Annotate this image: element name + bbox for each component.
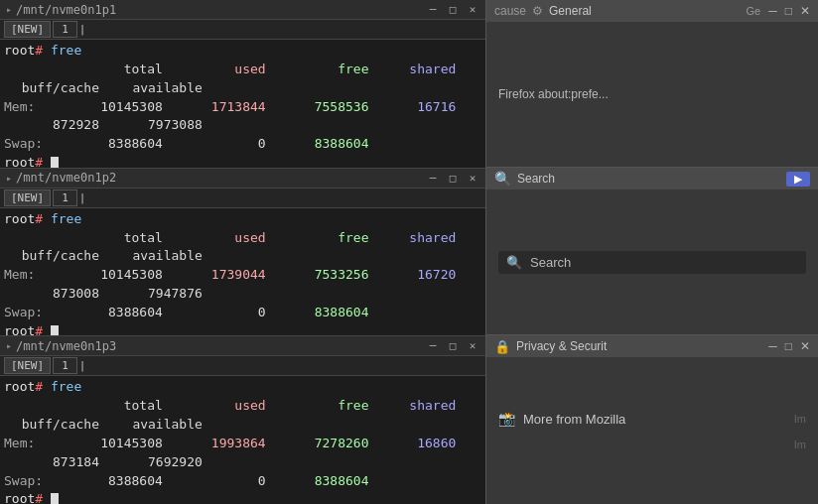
tab-cursor-1: | — [79, 23, 86, 36]
terminal-icon-3: ▸ — [6, 340, 12, 351]
titlebar-left-3: ▸ /mnt/nvme0n1p3 — [6, 339, 116, 353]
prompt-line-1: root# free — [4, 42, 481, 61]
prompt-end-1: root# — [4, 154, 481, 168]
titlebar-1: ▸ /mnt/nvme0n1p1 ─ □ ✕ — [0, 0, 485, 20]
titlebar-left-1: ▸ /mnt/nvme0n1p1 — [6, 3, 116, 17]
mem-row-2: Mem: 10145308 1739044 7533256 16720 8730… — [4, 266, 481, 304]
prompt-end-2: root# — [4, 322, 481, 336]
rp1-close[interactable]: ✕ — [800, 4, 810, 18]
terminal-2: ▸ /mnt/nvme0n1p2 ─ □ ✕ [NEW] 1 | root# f… — [0, 169, 485, 337]
search-btn-blue[interactable]: ▶ — [786, 172, 810, 187]
prompt-root-1: root# free — [4, 43, 81, 58]
rp-body-3: 📸 More from Mozilla Im Im — [486, 357, 818, 504]
tab-num-1[interactable]: 1 — [53, 21, 77, 38]
terminal-icon-2: ▸ — [6, 173, 12, 184]
titlebar-controls-2[interactable]: ─ □ ✕ — [426, 172, 479, 185]
minimize-btn-3[interactable]: ─ — [426, 339, 440, 352]
titlebar-controls-3[interactable]: ─ □ ✕ — [426, 339, 479, 352]
rp-titlebar-1: cause ⚙ General Ge ─ □ ✕ — [486, 0, 818, 22]
rp-titlebar-2: 🔍 Search ▶ — [486, 168, 818, 189]
tab-num-2[interactable]: 1 — [53, 189, 77, 206]
im-label-1: Im — [794, 413, 806, 425]
maximize-btn-3[interactable]: □ — [446, 339, 460, 352]
search-row[interactable]: 🔍 Search — [498, 251, 806, 274]
swap-row-2: Swap: 8388604 0 8388604 — [4, 304, 481, 322]
rp3-minimize[interactable]: ─ — [768, 339, 777, 353]
mem-row-1: Mem: 10145308 1713844 7558536 16716 8729… — [4, 98, 481, 136]
terminal-title-3: /mnt/nvme0n1p3 — [16, 339, 116, 353]
titlebar-controls-1[interactable]: ─ □ ✕ — [426, 3, 479, 16]
terminal-1: ▸ /mnt/nvme0n1p1 ─ □ ✕ [NEW] 1 | root# f… — [0, 0, 485, 169]
mem-row-3: Mem: 10145308 1993864 7278260 16860 8731… — [4, 435, 481, 472]
general-label: General — [549, 4, 592, 18]
tabs-1: [NEW] 1 | — [0, 20, 485, 40]
rp-body-2: 🔍 Search — [486, 189, 818, 334]
terminal-panel: ▸ /mnt/nvme0n1p1 ─ □ ✕ [NEW] 1 | root# f… — [0, 0, 486, 504]
header-row-3: total used free shared buff/cache availa… — [4, 397, 481, 435]
rp-section-1: cause ⚙ General Ge ─ □ ✕ Firefox about:p… — [486, 0, 818, 168]
right-panel: cause ⚙ General Ge ─ □ ✕ Firefox about:p… — [486, 0, 818, 504]
firefox-label: Firefox about:prefe... — [498, 87, 609, 101]
terminal-content-1: root# free total used free shared buff/c… — [0, 40, 485, 168]
titlebar-left-2: ▸ /mnt/nvme0n1p2 — [6, 171, 116, 185]
swap-row-3: Swap: 8388604 0 8388604 — [4, 472, 481, 491]
more-from-mozilla-item[interactable]: 📸 More from Mozilla Im — [498, 408, 806, 430]
terminal-content-3: root# free total used free shared buff/c… — [0, 376, 485, 504]
swap-row-1: Swap: 8388604 0 8388604 — [4, 135, 481, 154]
privacy-label: Privacy & Securit — [516, 339, 607, 353]
maximize-btn-1[interactable]: □ — [446, 3, 460, 16]
header-row-1: total used free shared buff/cache availa… — [4, 61, 481, 98]
tab-new-1[interactable]: [NEW] — [4, 21, 51, 38]
privacy-icon: 🔒 — [494, 339, 510, 354]
close-btn-2[interactable]: ✕ — [466, 172, 479, 185]
rp1-minimize[interactable]: ─ — [768, 4, 777, 18]
im-item-2[interactable]: Im — [498, 436, 806, 453]
prompt-line-2: root# free — [4, 210, 481, 229]
prompt-end-3: root# — [4, 490, 481, 504]
tab-cursor-3: | — [79, 359, 86, 372]
minimize-btn-1[interactable]: ─ — [426, 3, 440, 16]
tabs-3: [NEW] 1 | — [0, 356, 485, 376]
general-icon: ⚙ — [532, 4, 543, 18]
terminal-title-1: /mnt/nvme0n1p1 — [16, 3, 116, 17]
search-text: Search — [530, 255, 571, 270]
rp-section-2: 🔍 Search ▶ 🔍 Search — [486, 168, 818, 335]
close-btn-3[interactable]: ✕ — [466, 339, 479, 352]
terminal-icon-1: ▸ — [6, 4, 12, 15]
im-label-2: Im — [498, 439, 806, 450]
mozilla-label: More from Mozilla — [523, 412, 625, 427]
search-icon-2: 🔍 — [506, 255, 522, 270]
tab-num-3[interactable]: 1 — [53, 357, 77, 374]
maximize-btn-2[interactable]: □ — [446, 172, 460, 185]
tabs-2: [NEW] 1 | — [0, 189, 485, 208]
header-row-2: total used free shared buff/cache availa… — [4, 229, 481, 267]
rp-titlebar-3: 🔒 Privacy & Securit ─ □ ✕ — [486, 335, 818, 357]
tab-cursor-2: | — [79, 191, 86, 204]
rp3-close[interactable]: ✕ — [800, 339, 810, 353]
search-section-label: Search — [517, 172, 555, 186]
close-btn-1[interactable]: ✕ — [466, 3, 479, 16]
prompt-line-3: root# free — [4, 378, 481, 397]
rp-firefox-item[interactable]: Firefox about:prefe... — [498, 84, 806, 104]
titlebar-2: ▸ /mnt/nvme0n1p2 ─ □ ✕ — [0, 169, 485, 189]
rp1-maximize[interactable]: □ — [785, 4, 792, 18]
mozilla-icon: 📸 — [498, 411, 515, 427]
cause-label: cause — [494, 4, 526, 18]
search-section-icon: 🔍 — [494, 171, 511, 187]
terminal-3: ▸ /mnt/nvme0n1p3 ─ □ ✕ [NEW] 1 | root# f… — [0, 336, 485, 504]
minimize-btn-2[interactable]: ─ — [426, 172, 440, 185]
rp-section-3: 🔒 Privacy & Securit ─ □ ✕ 📸 More from Mo… — [486, 335, 818, 504]
tab-new-2[interactable]: [NEW] — [4, 189, 51, 206]
terminal-title-2: /mnt/nvme0n1p2 — [16, 171, 116, 185]
tab-new-3[interactable]: [NEW] — [4, 357, 51, 374]
titlebar-3: ▸ /mnt/nvme0n1p3 ─ □ ✕ — [0, 336, 485, 356]
ge-label: Ge — [747, 5, 761, 17]
terminal-content-2: root# free total used free shared buff/c… — [0, 208, 485, 336]
rp3-maximize[interactable]: □ — [785, 339, 792, 353]
rp-body-1: Firefox about:prefe... — [486, 22, 818, 167]
